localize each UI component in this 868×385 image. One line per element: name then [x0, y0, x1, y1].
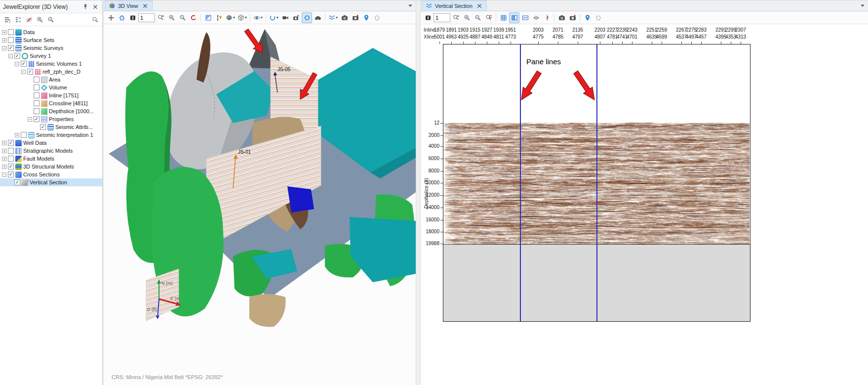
collapse-icon[interactable]: − [8, 54, 13, 58]
pin-icon[interactable] [81, 3, 89, 11]
tree-item-crossline-4811[interactable]: Crossline [4811] [0, 99, 102, 107]
grid-icon[interactable] [498, 12, 509, 23]
tabs-dropdown-icon[interactable] [407, 2, 414, 9]
zoom-in-icon[interactable] [462, 12, 472, 23]
checkbox[interactable] [34, 85, 39, 90]
orbit-icon[interactable]: ▾ [268, 12, 279, 23]
checkbox[interactable] [8, 29, 14, 35]
snapshot-icon[interactable] [556, 12, 567, 23]
zoom-out-icon[interactable] [45, 14, 56, 25]
checkbox[interactable] [34, 77, 39, 83]
checkbox[interactable]: ✓ [34, 116, 39, 122]
checkbox[interactable]: ✓ [27, 69, 33, 75]
fit-width-icon[interactable] [520, 12, 530, 23]
expand-icon[interactable]: + [2, 38, 6, 43]
seismic-waves-icon[interactable]: ▾ [327, 12, 339, 23]
binoculars-icon[interactable] [313, 12, 323, 23]
wiggle-icon[interactable] [542, 12, 552, 23]
zoom-reset-icon[interactable] [483, 12, 494, 23]
frame-icon[interactable] [127, 12, 138, 23]
capture-icon[interactable] [567, 12, 578, 23]
collapse-icon[interactable]: − [2, 172, 6, 177]
collapse-all-icon[interactable] [2, 14, 12, 25]
one-to-one-icon[interactable] [531, 12, 541, 23]
display-cube-icon[interactable]: ▾ [225, 12, 236, 23]
capture-icon[interactable] [350, 12, 360, 23]
tree-item-surface-sets[interactable]: +Surface Sets [0, 36, 102, 44]
fill-view-icon[interactable] [203, 12, 213, 23]
tree-item-seismic-volumes-1[interactable]: −✓Seismic Volumes 1 [0, 60, 102, 68]
tree-item-data[interactable]: +Data [0, 28, 102, 36]
step-input[interactable] [138, 13, 155, 22]
tree-item-area[interactable]: Area [0, 76, 102, 84]
video-camera-icon[interactable] [280, 12, 290, 23]
hide-eye-icon[interactable] [24, 14, 34, 25]
checkbox[interactable]: ✓ [8, 45, 14, 51]
checkbox[interactable] [8, 156, 14, 162]
close-tab-icon[interactable] [142, 2, 149, 9]
tree-item-refl-zph-dec-d[interactable]: −✓refl_zph_dec_D [0, 68, 102, 76]
pane-line[interactable] [596, 44, 597, 321]
location-pin-icon[interactable] [582, 12, 592, 23]
zoom-in-plus-icon[interactable] [451, 12, 461, 23]
checkbox[interactable] [8, 37, 14, 43]
panel-splitter[interactable] [416, 0, 421, 385]
tree-item-well-data[interactable]: +✓Well Data [0, 139, 102, 147]
pan-icon[interactable] [106, 12, 116, 23]
polygon-select-icon[interactable] [593, 12, 603, 23]
3d-viewport[interactable]: JS-05 JS-01 N (m [104, 24, 416, 385]
tree-item-properties[interactable]: −✓Properties [0, 115, 102, 123]
collapse-icon[interactable]: − [28, 117, 32, 122]
checkbox[interactable]: ✓ [14, 53, 20, 59]
expand-all-icon[interactable] [13, 14, 23, 25]
close-explorer-button[interactable] [91, 3, 99, 11]
vertical-exaggeration-icon[interactable] [214, 12, 224, 23]
tree-item-3d-structural-models[interactable]: +✓3D Structural Models [0, 163, 102, 171]
expand-icon[interactable]: + [2, 157, 6, 161]
tree-item-seismic-interpretation-1[interactable]: +Seismic Interpretation 1 [0, 131, 102, 139]
tree-item-depthslice-1000[interactable]: Depthslice [1000... [0, 107, 102, 115]
camera-plus-icon[interactable] [291, 12, 301, 23]
tree-item-survey-1[interactable]: −✓Survey 1 [0, 52, 102, 60]
checkbox[interactable]: ✓ [8, 164, 14, 170]
tree-item-volume[interactable]: Volume [0, 84, 102, 91]
snapshot-icon[interactable] [339, 12, 350, 23]
tree-item-seismic-attrib[interactable]: ✓Seismic Attrib... [0, 123, 102, 131]
collapse-icon[interactable]: − [2, 46, 6, 50]
polygon-select-icon[interactable] [372, 12, 382, 23]
frame-icon[interactable] [423, 12, 433, 23]
zoom-in-icon[interactable] [35, 14, 45, 25]
expand-icon[interactable]: + [15, 133, 19, 137]
checkbox[interactable]: ✓ [8, 140, 14, 146]
zoom-out-icon[interactable] [177, 12, 188, 23]
checkbox[interactable]: ✓ [8, 171, 14, 177]
tree-item-stratigraphic-models[interactable]: +Stratigraphic Models [0, 147, 102, 155]
tree-item-cross-sections[interactable]: −✓Cross Sections [0, 171, 102, 178]
checkbox[interactable]: ✓ [14, 179, 20, 185]
seismic-plot[interactable]: Pane lines [443, 44, 750, 322]
flip-vertical-icon[interactable] [509, 12, 519, 23]
visibility-eye-icon[interactable]: ▾ [252, 12, 264, 23]
tab-3d-view[interactable]: 3D View [105, 0, 153, 11]
location-pin-icon[interactable] [361, 12, 371, 23]
checkbox[interactable] [34, 92, 39, 98]
checkbox[interactable]: ✓ [21, 61, 27, 67]
tree-item-seismic-surveys[interactable]: −✓Seismic Surveys [0, 44, 102, 52]
checkbox[interactable] [8, 148, 14, 154]
step-input[interactable] [434, 13, 450, 22]
tab-vertical-section[interactable]: Vertical Section [422, 0, 487, 11]
checkbox[interactable] [21, 132, 27, 138]
rotate-view-icon[interactable] [302, 12, 312, 23]
expand-icon[interactable]: + [2, 30, 6, 35]
collapse-icon[interactable]: − [15, 62, 19, 66]
rotate-ccw-icon[interactable] [188, 12, 198, 23]
zoom-out-icon[interactable] [473, 12, 483, 23]
home-icon[interactable] [117, 12, 127, 23]
checkbox[interactable] [34, 100, 39, 106]
zoom-in-plus-icon[interactable] [156, 12, 166, 23]
pane-line[interactable] [520, 44, 521, 321]
tabs-dropdown-icon[interactable] [859, 2, 866, 9]
expand-icon[interactable]: + [2, 165, 6, 169]
search-icon[interactable] [90, 14, 100, 25]
checkbox[interactable]: ✓ [40, 124, 46, 130]
